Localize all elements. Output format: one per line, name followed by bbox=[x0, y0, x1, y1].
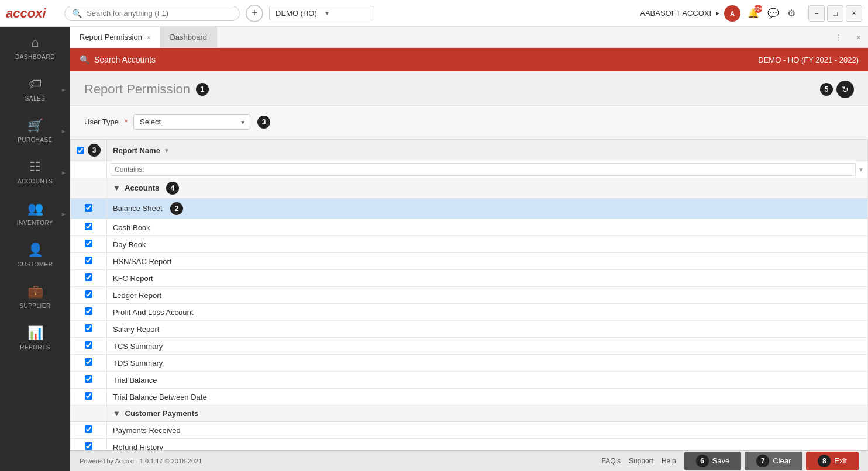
search-accounts-area[interactable]: 🔍 Search Accounts bbox=[80, 55, 156, 64]
row-checkbox-cell[interactable] bbox=[71, 199, 107, 219]
sidebar-item-customer[interactable]: 👤 CUSTOMER bbox=[0, 234, 70, 276]
row-checkbox[interactable] bbox=[85, 425, 92, 433]
table-row[interactable]: HSN/SAC Report bbox=[71, 253, 868, 270]
table-row[interactable]: Salary Report bbox=[71, 321, 868, 338]
clear-button[interactable]: 7 Clear bbox=[745, 452, 802, 470]
row-checkbox-cell[interactable] bbox=[71, 355, 107, 372]
refresh-button[interactable]: ↻ bbox=[836, 81, 854, 98]
report-name-cell: Trial Balance Between Date bbox=[107, 389, 868, 406]
row-checkbox-cell[interactable] bbox=[71, 304, 107, 321]
row-checkbox-cell[interactable] bbox=[71, 287, 107, 304]
row-checkbox[interactable] bbox=[85, 257, 92, 264]
row-checkbox[interactable] bbox=[85, 375, 92, 383]
sort-icon[interactable]: ▼ bbox=[164, 147, 170, 154]
sidebar-item-sales[interactable]: 🏷 SALES ► bbox=[0, 68, 70, 110]
row-checkbox[interactable] bbox=[85, 442, 92, 450]
maximize-button[interactable]: □ bbox=[827, 5, 843, 22]
table-row[interactable]: Profit And Loss Account bbox=[71, 304, 868, 321]
table-row[interactable]: Trial Balance bbox=[71, 372, 868, 389]
row-checkbox-cell[interactable] bbox=[71, 270, 107, 287]
tab-pin-icon[interactable]: ⋮ bbox=[827, 33, 849, 42]
tab-dashboard[interactable]: Dashboard bbox=[160, 27, 217, 48]
report-name-cell: HSN/SAC Report bbox=[107, 253, 868, 270]
sidebar-item-supplier[interactable]: 💼 SUPPLIER bbox=[0, 276, 70, 317]
user-info: AABASOFT ACCOXI ► A bbox=[640, 5, 740, 22]
customer-payments-section-header: ▼ Customer Payments bbox=[71, 406, 868, 422]
select-all-checkbox[interactable] bbox=[77, 147, 84, 154]
sidebar-item-purchase[interactable]: 🛒 PURCHASE ► bbox=[0, 110, 70, 151]
demo-selector[interactable]: DEMO (HO) ▼ bbox=[269, 6, 374, 20]
row-checkbox[interactable] bbox=[85, 324, 92, 332]
table-row[interactable]: Day Book bbox=[71, 236, 868, 253]
row-checkbox-cell[interactable] bbox=[71, 236, 107, 253]
tab-report-permission[interactable]: Report Permission × bbox=[70, 27, 160, 48]
row-checkbox[interactable] bbox=[85, 204, 92, 212]
faqs-link[interactable]: FAQ's bbox=[602, 457, 621, 465]
report-name-cell: KFC Report bbox=[107, 270, 868, 287]
row-checkbox[interactable] bbox=[85, 307, 92, 315]
table-row[interactable]: Balance Sheet 2 bbox=[71, 199, 868, 219]
table-row[interactable]: TCS Summary bbox=[71, 338, 868, 355]
help-link[interactable]: Help bbox=[662, 457, 676, 465]
table-row[interactable]: Cash Book bbox=[71, 219, 868, 236]
table-row[interactable]: Refund History bbox=[71, 439, 868, 451]
user-type-select[interactable]: Select Admin Manager User Accountant bbox=[133, 114, 250, 130]
row-checkbox[interactable] bbox=[85, 290, 92, 298]
filter-dropdown-icon[interactable]: ▼ bbox=[858, 167, 864, 173]
close-button[interactable]: × bbox=[846, 5, 862, 22]
row-checkbox-cell[interactable] bbox=[71, 389, 107, 406]
minimize-button[interactable]: − bbox=[808, 5, 825, 22]
accounts-toggle[interactable]: ▼ bbox=[113, 183, 120, 192]
filter-cell: ▼ bbox=[107, 161, 868, 178]
row-checkbox-cell[interactable] bbox=[71, 422, 107, 439]
settings-icon[interactable]: ⚙ bbox=[787, 8, 795, 19]
table-row[interactable]: TDS Summary bbox=[71, 355, 868, 372]
row-checkbox[interactable] bbox=[85, 341, 92, 349]
tab-close-report-permission[interactable]: × bbox=[147, 34, 150, 41]
add-button[interactable]: + bbox=[246, 5, 263, 22]
step3-badge: 3 bbox=[257, 116, 270, 129]
user-type-select-wrapper[interactable]: Select Admin Manager User Accountant ▼ bbox=[133, 114, 250, 130]
notification-icon[interactable]: 🔔 99+ bbox=[748, 8, 759, 19]
row-checkbox-cell[interactable] bbox=[71, 439, 107, 451]
row-checkbox[interactable] bbox=[85, 240, 92, 247]
header-checkbox-area[interactable]: 3 bbox=[77, 144, 101, 157]
tab-close-all-icon[interactable]: × bbox=[849, 33, 868, 42]
table-row[interactable]: KFC Report bbox=[71, 270, 868, 287]
row-checkbox[interactable] bbox=[85, 273, 92, 281]
exit-button[interactable]: 8 Exit bbox=[806, 452, 859, 470]
chat-icon[interactable]: 💬 bbox=[767, 8, 779, 19]
report-name-cell: TDS Summary bbox=[107, 355, 868, 372]
filter-input[interactable] bbox=[111, 163, 856, 176]
step5-area: 5 ↻ bbox=[820, 81, 854, 98]
step6-badge: 6 bbox=[696, 455, 709, 467]
row-checkbox[interactable] bbox=[85, 223, 92, 230]
content-area: Report Permission × Dashboard ⋮ × 🔍 Sear… bbox=[70, 27, 868, 471]
sidebar-item-dashboard[interactable]: ⌂ DASHBOARD bbox=[0, 27, 70, 68]
row-checkbox[interactable] bbox=[85, 392, 92, 400]
logo-text: accoxi bbox=[6, 6, 46, 21]
row-checkbox-cell[interactable] bbox=[71, 372, 107, 389]
row-checkbox-cell[interactable] bbox=[71, 321, 107, 338]
sidebar-item-accounts[interactable]: ☷ ACCOUNTS ► bbox=[0, 151, 70, 193]
table-row[interactable]: Payments Received bbox=[71, 422, 868, 439]
user-name-label: AABASOFT ACCOXI bbox=[640, 9, 711, 18]
search-input[interactable] bbox=[87, 9, 221, 18]
row-checkbox-cell[interactable] bbox=[71, 338, 107, 355]
table-row[interactable]: Ledger Report bbox=[71, 287, 868, 304]
row-checkbox[interactable] bbox=[85, 358, 92, 366]
window-controls: − □ × bbox=[808, 5, 862, 22]
row-checkbox-cell[interactable] bbox=[71, 253, 107, 270]
sidebar-item-reports[interactable]: 📊 REPORTS bbox=[0, 317, 70, 359]
step1-badge: 1 bbox=[196, 83, 209, 96]
filter-checkbox-cell bbox=[71, 161, 107, 178]
save-button[interactable]: 6 Save bbox=[684, 452, 742, 470]
row-checkbox-cell[interactable] bbox=[71, 219, 107, 236]
table-row[interactable]: Trial Balance Between Date bbox=[71, 389, 868, 406]
sidebar-item-inventory[interactable]: 👥 INVENTORY ► bbox=[0, 193, 70, 234]
customer-payments-toggle[interactable]: ▼ bbox=[113, 409, 120, 418]
support-link[interactable]: Support bbox=[629, 457, 653, 465]
red-header: 🔍 Search Accounts DEMO - HO (FY 2021 - 2… bbox=[70, 48, 868, 71]
sidebar-label-customer: CUSTOMER bbox=[17, 261, 53, 268]
search-bar[interactable]: 🔍 bbox=[64, 6, 240, 21]
